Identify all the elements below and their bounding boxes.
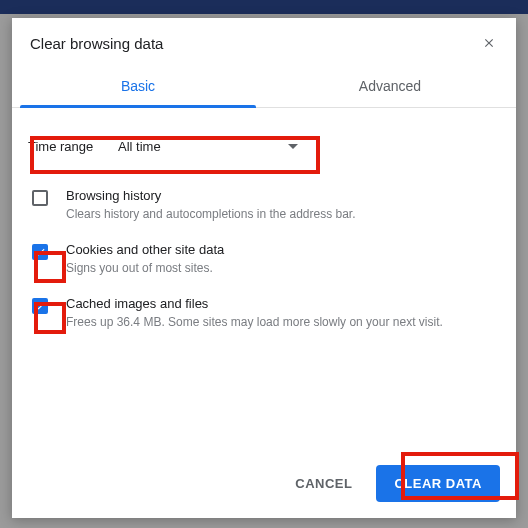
option-cookies: Cookies and other site data Signs you ou… — [20, 232, 508, 286]
cancel-button[interactable]: CANCEL — [283, 466, 364, 501]
tab-advanced[interactable]: Advanced — [264, 66, 516, 107]
option-title: Cookies and other site data — [66, 242, 500, 257]
option-desc: Signs you out of most sites. — [66, 260, 500, 276]
check-icon — [34, 300, 46, 312]
option-title: Cached images and files — [66, 296, 500, 311]
checkbox-browsing-history[interactable] — [32, 190, 48, 206]
checkbox-cookies[interactable] — [32, 244, 48, 260]
chevron-down-icon — [288, 144, 298, 149]
tabs: Basic Advanced — [12, 66, 516, 108]
time-range-row: Time range All time — [20, 124, 508, 168]
checkbox-cache[interactable] — [32, 298, 48, 314]
dialog-title: Clear browsing data — [30, 35, 480, 52]
time-range-label: Time range — [28, 139, 114, 154]
dialog-body: Time range All time Browsing history Cle… — [12, 108, 516, 451]
close-icon — [482, 36, 496, 50]
dialog-footer: CANCEL CLEAR DATA — [12, 451, 516, 518]
time-range-value: All time — [118, 139, 161, 154]
tab-basic[interactable]: Basic — [12, 66, 264, 107]
option-desc: Clears history and autocompletions in th… — [66, 206, 500, 222]
option-desc: Frees up 36.4 MB. Some sites may load mo… — [66, 314, 500, 330]
dialog-header: Clear browsing data — [12, 18, 516, 66]
option-browsing-history: Browsing history Clears history and auto… — [20, 178, 508, 232]
option-cache: Cached images and files Frees up 36.4 MB… — [20, 286, 508, 340]
option-title: Browsing history — [66, 188, 500, 203]
time-range-select[interactable]: All time — [114, 131, 302, 161]
clear-browsing-data-dialog: Clear browsing data Basic Advanced Time … — [12, 18, 516, 518]
check-icon — [34, 246, 46, 258]
clear-data-button[interactable]: CLEAR DATA — [376, 465, 500, 502]
close-button[interactable] — [480, 34, 498, 52]
